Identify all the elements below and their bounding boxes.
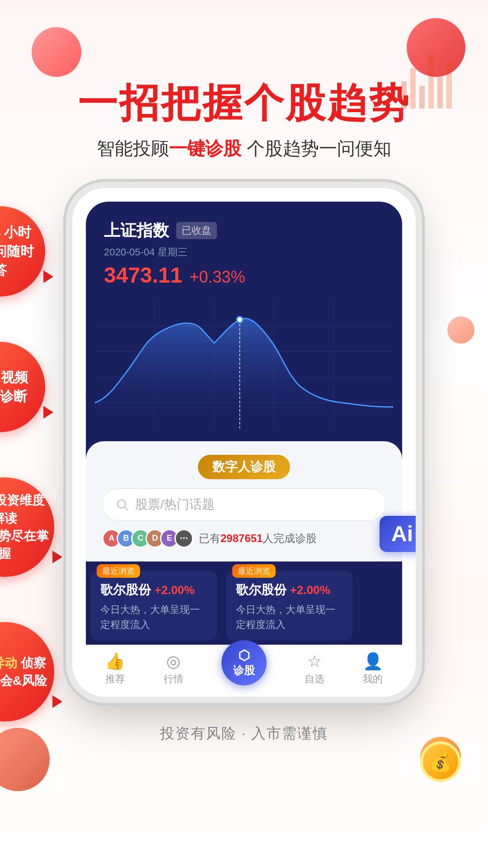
bubble-1-line2: 随时问随时答 [0,242,40,280]
decoration-blob-tl [32,27,81,77]
bubble-4-line1: 个股 异动 侦察 [0,654,47,672]
search-placeholder-text: 股票/热门话题 [135,496,215,513]
decoration-blob-mid-r [447,316,474,344]
bubble-3-line2: 行情趋势尽在掌握 [0,527,49,562]
nav-profile-icon: 👤 [363,653,383,670]
search-icon [115,498,129,511]
bubble-2-line2: 实时诊断 [0,387,28,406]
phone-frame: 上证指数 已收盘 2020-05-04 星期三 3473.11 +0.33% [72,188,416,697]
stock-card-2[interactable]: 最近浏览 歌尔股份 +2.00% 今日大热，大单呈现一定程度流入 [226,571,352,640]
bottom-nav: 👍 推荐 ◎ 行情 ⬡ 诊股 ☆ 自选 👤 我的 [86,645,402,697]
nav-profile-label: 我的 [363,672,383,686]
bubble-7x24: 7X24 小时 随时问随时答 [0,206,45,297]
stock-card-1-desc: 今日大热，大单呈现一定程度流入 [100,602,207,632]
chart-svg [95,297,393,432]
subtitle-post: 个股趋势一问便知 [241,138,391,158]
candle-decoration [401,54,452,108]
stock-change: +0.33% [190,268,245,287]
svg-point-8 [117,500,126,508]
phone-diagnose-card: 数字人诊股 股票/热门话题 A B C D E [86,441,402,561]
ai-badge[interactable]: Ai [380,516,416,552]
stock-chart [86,297,402,441]
nav-diagnose-icon: ⬡ [238,647,250,663]
ai-label: Ai [391,521,413,546]
stock-card-1-name: 歌尔股份 +2.00% [100,581,207,599]
phone-area: 7X24 小时 随时问随时答 1对1视频 实时诊断 24个 投资维度解读 行情趋… [72,188,416,697]
nav-profile[interactable]: 👤 我的 [363,653,383,686]
avatar-more: ··· [174,529,193,548]
stock-header: 上证指数 已收盘 2020-05-04 星期三 3473.11 +0.33% [86,202,402,297]
stock-name: 上证指数 [104,220,169,242]
bubble-anomaly: 个股 异动 侦察 识别机会&风险 [0,622,54,722]
bubble-video: 1对1视频 实时诊断 [0,342,45,432]
completed-text: 已有2987651人完成诊股 [199,531,317,546]
disclaimer-text: 投资有风险 · 入市需谨慎 [0,724,488,744]
nav-diagnose-label: 诊股 [233,663,255,678]
subtitle-pre: 智能投顾 [97,138,169,158]
svg-line-9 [125,507,128,510]
diagnose-title-area: 数字人诊股 [102,455,386,479]
nav-watchlist-label: 自选 [305,672,324,686]
nav-recommend[interactable]: 👍 推荐 [105,653,125,686]
nav-recommend-icon: 👍 [105,653,125,670]
coin-decoration: 💰 [420,741,461,782]
stock-card-2-name: 歌尔股份 +2.00% [236,581,343,599]
avatar-group: A B C D E ··· [102,529,193,548]
nav-market[interactable]: ◎ 行情 [164,653,183,686]
bubble-24dims: 24个 投资维度解读 行情趋势尽在掌握 [0,477,54,577]
search-bar[interactable]: 股票/热门话题 [102,488,386,521]
hero-subtitle: 智能投顾一键诊股 个股趋势一问便知 [0,136,488,161]
recent-stocks-area: 最近浏览 歌尔股份 +2.00% 今日大热，大单呈现一定程度流入 最近浏览 歌尔… [86,561,402,645]
nav-diagnose[interactable]: ⬡ 诊股 [221,654,267,685]
stock-card-1[interactable]: 最近浏览 歌尔股份 +2.00% 今日大热，大单呈现一定程度流入 [90,571,217,640]
nav-market-label: 行情 [164,672,183,686]
completed-row: A B C D E ··· 已有2987651人完成诊股 [102,529,386,548]
phone-inner: 上证指数 已收盘 2020-05-04 星期三 3473.11 +0.33% [86,202,402,645]
stock-card-2-desc: 今日大热，大单呈现一定程度流入 [236,602,343,632]
nav-watchlist[interactable]: ☆ 自选 [305,653,324,686]
subtitle-highlight: 一键诊股 [169,138,241,158]
nav-recommend-label: 推荐 [105,672,125,686]
stock-card-2-badge: 最近浏览 [232,564,276,578]
stock-date: 2020-05-04 星期三 [104,245,384,259]
diagnose-title-badge: 数字人诊股 [198,455,290,479]
bubble-1-line1: 7X24 小时 [0,223,40,242]
chart-area-fill [95,318,393,428]
bubble-4-line2: 识别机会&风险 [0,672,47,689]
nav-watchlist-icon: ☆ [307,653,322,670]
stock-card-1-badge: 最近浏览 [97,564,140,578]
nav-market-icon: ◎ [166,653,180,670]
bubble-2-line1: 1对1视频 [0,368,28,387]
stock-price: 3473.11 [104,263,183,288]
bubbles-left: 7X24 小时 随时问随时答 1对1视频 实时诊断 24个 投资维度解读 行情趋… [0,206,54,722]
nav-diagnose-btn[interactable]: ⬡ 诊股 [221,640,267,685]
stock-status-badge: 已收盘 [176,222,217,239]
bubble-3-line1: 24个 投资维度解读 [0,491,49,527]
